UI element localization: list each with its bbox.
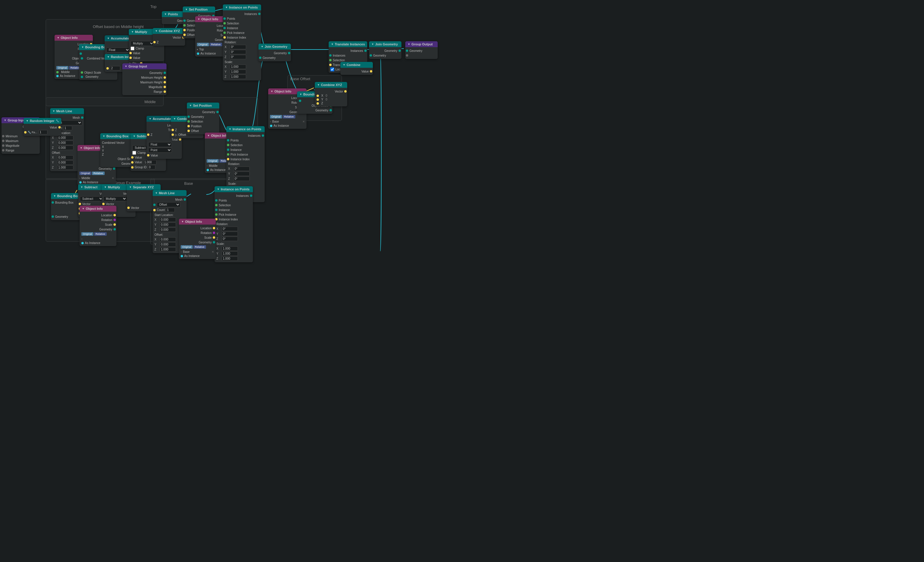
select-float[interactable]: Float [106, 48, 130, 52]
input-ox-mlb[interactable] [160, 237, 176, 242]
input-oz-ml[interactable] [57, 165, 74, 170]
node-header-sxyz-ex[interactable]: ▼ Separate XYZ [127, 184, 160, 190]
input-sy-iopb[interactable] [222, 252, 238, 256]
node-header-join-geo-1[interactable]: ▼ Join Geometry [258, 43, 291, 49]
row-x-iop: X [223, 45, 261, 49]
btn-rel-oim[interactable]: Relative [92, 171, 105, 175]
input-sy-iop[interactable] [230, 70, 246, 74]
node-header-oi-base[interactable]: ▼ Object Info [179, 219, 216, 225]
node-combine-xyz-top: ▼ Combine XYZ Vector Z [153, 28, 185, 46]
node-join-geometry-1: ▼ Join Geometry Geometry Geometry [258, 43, 291, 61]
row-sel-iop: Selection [223, 21, 261, 25]
row-rx-iopb: X [214, 226, 253, 231]
input-count-mlb[interactable] [166, 208, 175, 212]
row-idx-iop: Instance Index [223, 35, 261, 40]
row-geometry-gi: Geometry [122, 70, 166, 75]
btn-orig-oiex[interactable]: Original [81, 232, 93, 236]
row-inst-ti-in: Instances [328, 53, 367, 58]
node-header-translate-inst[interactable]: ▼ Translate Instances [328, 41, 367, 47]
btn-orig-oim2[interactable]: Original [207, 159, 219, 163]
row-ry-iopb: Y [214, 231, 253, 236]
row-sel-iopm: Selection [226, 142, 265, 147]
input-y-iop[interactable] [230, 50, 246, 54]
input-z-ml[interactable] [57, 145, 74, 150]
input-x-ml[interactable] [57, 136, 74, 140]
node-header-combine-top[interactable]: ▼ Combine [340, 62, 373, 68]
input-oy-mlb[interactable] [160, 242, 176, 247]
btn-rel-oib[interactable]: Relative [194, 245, 206, 249]
input-x-mlb[interactable] [160, 217, 176, 222]
select-mult-ex[interactable]: Multiply [104, 196, 127, 201]
node-header-set-position-top[interactable]: ▼ Set Position [183, 6, 215, 12]
input-oy-ml[interactable] [57, 160, 74, 165]
node-header-cxyz-base-offset[interactable]: ▼ Combine XYZ [315, 82, 347, 88]
input-y-mlb[interactable] [160, 222, 176, 227]
row-rotation-iopb: Rotation: [214, 222, 253, 226]
row-point-accm: Point [147, 147, 182, 153]
node-header-rand-int-m[interactable]: ▼ Random Integer 🔧 [24, 118, 61, 124]
node-instance-on-points-top: ▼ Instance on Points Instances Points Se… [223, 4, 261, 81]
input-group-id[interactable] [148, 165, 155, 169]
btn-relative-oi2[interactable]: Relative [210, 43, 222, 46]
btn-rel-oiex[interactable]: Relative [94, 232, 107, 236]
btn-relative-bo[interactable]: Relative [283, 115, 296, 118]
select-float-m[interactable]: Float [148, 142, 172, 147]
node-header-iop-m[interactable]: ▼ Instance on Points [226, 126, 265, 132]
btn-orig-oim[interactable]: Original [79, 171, 92, 175]
row-float-accm: Float [147, 142, 182, 147]
node-header-iop-base[interactable]: ▼ Instance on Points [214, 186, 253, 192]
select-multiply[interactable]: Multiply [130, 41, 154, 46]
input-ry-iopm[interactable] [233, 171, 250, 176]
input-ox-ml[interactable] [57, 155, 74, 160]
row-rotation-iop: Rotation: [223, 40, 261, 45]
select-sub-ex[interactable]: Subtract [80, 196, 104, 201]
node-header-ml-base[interactable]: ▼ Mesh Line [153, 190, 187, 196]
cb-clamp-sub[interactable] [132, 151, 136, 155]
node-header-group-input-1[interactable]: ▼ Group Input [122, 63, 166, 69]
input-z-iop[interactable] [230, 55, 246, 59]
btn-original[interactable]: Original [56, 66, 68, 70]
cb-local-space[interactable] [330, 67, 334, 71]
input-sx-iopb[interactable] [222, 246, 238, 251]
input-sub-val[interactable] [143, 160, 156, 165]
node-header-group-output[interactable]: ▼ Group Output [405, 41, 438, 47]
row-instances-iop: Instances [223, 12, 261, 16]
node-header-iop-top[interactable]: ▼ Instance on Points [223, 4, 261, 10]
input-oz-mlb[interactable] [160, 247, 176, 252]
input-x-iop[interactable] [230, 45, 246, 49]
node-header-combine-xyz-top[interactable]: ▼ Combine XYZ [153, 28, 185, 34]
node-header-oi-ex[interactable]: ▼ Object Info [80, 206, 116, 211]
input-z-mlb[interactable] [160, 228, 176, 232]
input-rx-iopb[interactable] [222, 226, 238, 231]
input-rz-iopm[interactable] [233, 177, 250, 181]
row-y-cxyz: Y 0 [315, 97, 347, 101]
select-point-m[interactable]: Point [148, 148, 172, 153]
node-header-join-geo-2[interactable]: ▼ Join Geometry [369, 41, 401, 47]
cb-clamp[interactable] [130, 46, 134, 50]
input-rz-iopb[interactable] [222, 237, 238, 241]
node-header-sp-m[interactable]: ▼ Set Position [187, 103, 219, 108]
row-y-ml: Y [50, 140, 84, 145]
input-count-rim[interactable] [39, 130, 48, 134]
row-sz-iop: Z [223, 74, 261, 79]
input-sz-iopb[interactable] [222, 256, 238, 261]
input-sz-iop[interactable] [230, 75, 246, 79]
btn-orig-oib[interactable]: Original [181, 245, 193, 249]
node-header-mesh-line-m[interactable]: ▼ Mesh Line [50, 108, 84, 114]
row-idx-iopm: Instance Index [226, 157, 265, 162]
input-rand-count[interactable] [110, 66, 120, 70]
row-val-rim: Value [24, 125, 61, 130]
row-sx-iop: X [223, 64, 261, 69]
input-count-ml[interactable] [63, 126, 72, 130]
input-y-ml[interactable] [57, 141, 74, 145]
row-pick-iop: Pick Instance [223, 30, 261, 35]
input-sx-iop[interactable] [230, 64, 246, 69]
node-header-object-info-1[interactable]: ▼ Object Info [54, 35, 93, 40]
input-rx-iopm[interactable] [233, 166, 250, 171]
select-mlb[interactable]: Offset [157, 202, 180, 207]
btn-original-oi2[interactable]: Original [197, 43, 209, 46]
row-group-id: Group ID [130, 165, 166, 170]
input-ry-iopb[interactable] [222, 232, 238, 236]
btn-original-bo[interactable]: Original [270, 115, 282, 118]
node-join-geometry-2: ▼ Join Geometry Geometry Geometry [369, 41, 401, 59]
